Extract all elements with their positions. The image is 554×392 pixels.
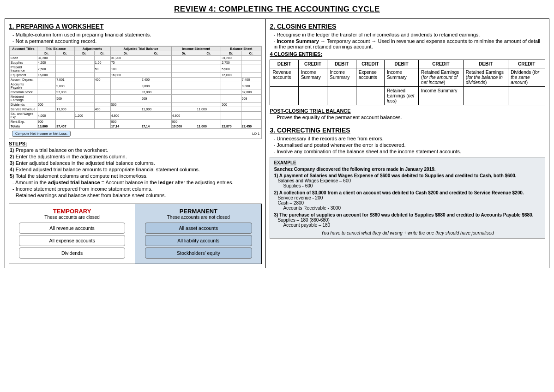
section1: 1. PREPARING A WORKSHEET - Multiple-colu… [9,23,262,199]
section3-title: 3. CORRECTING ENTRIES [270,127,545,134]
step2: 2) Enter the adjustments in the adjustme… [10,154,262,159]
closing-th-6: CREDIT [419,60,464,68]
ws-col-bs: Balance Sheet [221,47,261,51]
ws-col-is: Income Statement [171,47,221,51]
closing-th-1: DEBIT [270,60,298,68]
example-item-1: 1) A payment of Salaries and Wages Expen… [274,173,541,188]
compute-button[interactable]: Compute Net Income or Net Loss. [12,131,71,137]
note1: - Amount in the adjusted trial balance =… [12,180,262,185]
section3: 3. CORRECTING ENTRIES - Unnecessary if t… [270,124,545,239]
example-item-2: 2) A collection of $3,000 from a client … [274,190,541,211]
closing-entries-table: DEBIT CREDIT DEBIT CREDIT DEBIT CREDIT D… [270,60,545,105]
ws-col-atb: Adjusted Trial Balance [110,47,171,51]
permanent-box: PERMANENT These accounts are not closed … [135,204,261,264]
step1: 1) Prepare a trial balance on the worksh… [10,147,262,153]
page-title: REVIEW 4: COMPLETING THE ACCOUNTING CYCL… [5,5,549,14]
section2: 2. CLOSING ENTRIES - Recognise in the le… [270,23,545,121]
section3-bullet2: - Journalised and posted whenever the er… [273,142,545,148]
post-closing-title: POST-CLOSING TRIAL BALANCE [270,108,545,114]
closing-th-4: CREDIT [356,60,384,68]
four-closing-label: 4 CLOSING ENTRIES: [270,51,545,57]
stockholders-equity-btn[interactable]: Stockholders' equity [145,247,252,259]
example-box: EXAMPLE Sanchez Company discovered the f… [270,157,545,239]
note2: - Income statement prepared from income … [12,186,262,192]
permanent-label: PERMANENT [139,208,258,215]
closing-row-1: Revenue accounts Income Summary Income S… [270,68,545,87]
all-liability-accounts-btn[interactable]: All liability accounts [145,235,252,246]
section3-bullet1: - Unnecessary if the records are free fr… [273,136,545,141]
step3: 3) Enter adjusted balances in the adjust… [10,160,262,166]
dividends-btn[interactable]: Dividends [19,247,126,259]
section1-title: 1. PREPARING A WORKSHEET [9,23,262,30]
note3: - Retained earnings and balance sheet fr… [12,193,262,198]
step5: 5) Total the statement columns and compu… [10,173,262,179]
section2-title: 2. CLOSING ENTRIES [270,23,545,30]
section2-bullet1: - Recognise in the ledger the transfer o… [273,32,545,37]
temporary-sublabel: These accounts are closed [13,215,131,220]
steps-header: STEPS: [9,141,262,146]
left-panel: 1. PREPARING A WORKSHEET - Multiple-colu… [5,19,266,268]
closing-th-3: DEBIT [327,60,356,68]
step4: 4) Extend adjusted trial balance amounts… [10,167,262,172]
all-revenue-accounts-btn[interactable]: All revenue accounts [19,223,126,234]
closing-row-2: Retained Earnings (net loss) Income Summ… [270,87,545,105]
post-closing-text: - Proves the equality of the permanent a… [273,115,545,120]
temp-perm-section: TEMPORARY These accounts are closed All … [9,204,262,264]
ws-col-adj: Adjustments [74,47,110,51]
temporary-label: TEMPORARY [13,208,131,215]
example-footer: You have to cancel what they did wrong +… [274,230,541,235]
permanent-sublabel: These accounts are not closed [139,215,258,220]
section2-bullet2: - Income Summary → Temporary account → U… [273,38,545,49]
closing-th-2: CREDIT [298,60,327,68]
example-item-3: 3) The purchase of supplies on account f… [274,212,541,228]
temporary-box: TEMPORARY These accounts are closed All … [9,204,135,264]
ws-col-account: Account Titles [10,47,37,51]
all-asset-accounts-btn[interactable]: All asset accounts [145,223,252,234]
example-intro: Sanchez Company discovered the following… [274,167,541,172]
section1-bullet2: - Not a permanent accounting record. [12,38,262,44]
lo-text: LO 1 [252,132,259,136]
ws-col-trial: Trial Balance [37,47,75,51]
right-panel: 2. CLOSING ENTRIES - Recognise in the le… [266,19,549,268]
closing-th-7: DEBIT [463,60,508,68]
closing-th-5: DEBIT [384,60,418,68]
section1-bullet1: - Multiple-column form used in preparing… [12,32,262,37]
section3-bullet3: - Involve any combination of the balance… [273,149,545,154]
all-expense-accounts-btn[interactable]: All expense accounts [19,235,126,246]
example-title: EXAMPLE [274,160,541,165]
closing-th-8: CREDIT [508,60,545,68]
